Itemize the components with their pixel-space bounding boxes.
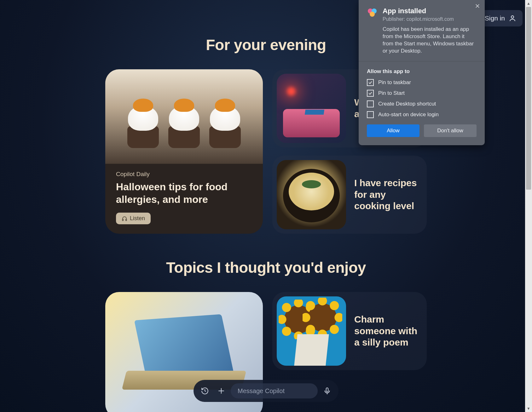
checkbox-icon: [367, 90, 374, 97]
app-installed-dialog: App installed Publisher: copilot.microso…: [359, 0, 485, 145]
checkbox-pin-taskbar[interactable]: Pin to taskbar: [367, 79, 477, 86]
mini-card-caption: I have recipes for any cooking level: [354, 177, 420, 212]
allow-button-label: Allow: [387, 128, 400, 134]
checkbox-icon: [367, 100, 374, 107]
dialog-publisher: Publisher: copilot.microsoft.com: [383, 16, 477, 22]
mini-card-caption: Charm someone with a silly poem: [354, 314, 420, 348]
checkbox-label: Auto-start on device login: [378, 112, 439, 118]
mini-card-recipes[interactable]: I have recipes for any cooking level: [272, 156, 427, 234]
section-heading-topics: Topics I thought you'd enjoy: [105, 259, 427, 276]
history-icon: [201, 387, 209, 395]
sign-in-label: Sign in: [485, 14, 505, 22]
dialog-close-button[interactable]: [475, 3, 480, 10]
dialog-allow-heading: Allow this app to: [367, 68, 477, 75]
close-icon: [475, 3, 480, 9]
listen-label: Listen: [130, 215, 145, 222]
svg-point-11: [370, 12, 375, 17]
thumb-bedroom: [277, 74, 346, 143]
feature-image-cupcakes: [105, 69, 263, 164]
checkbox-label: Create Desktop shortcut: [378, 101, 436, 107]
feature-card-daily[interactable]: Copilot Daily Halloween tips for food al…: [105, 69, 263, 234]
copilot-logo-icon: [367, 7, 378, 18]
checkbox-icon: [367, 111, 374, 118]
message-input[interactable]: Message Copilot: [231, 383, 318, 398]
user-icon: [509, 14, 516, 22]
history-button[interactable]: [198, 384, 212, 398]
svg-point-0: [511, 16, 514, 18]
dialog-description: Copilot has been installed as an app fro…: [383, 26, 477, 55]
dont-allow-button-label: Don't allow: [437, 128, 463, 134]
checkbox-desktop-shortcut[interactable]: Create Desktop shortcut: [367, 100, 477, 107]
checkbox-label: Pin to Start: [378, 90, 405, 96]
svg-rect-2: [126, 219, 127, 220]
svg-rect-1: [122, 219, 123, 220]
thumb-sunflowers: [277, 296, 346, 366]
svg-rect-5: [326, 388, 328, 392]
composer-bar: Message Copilot: [194, 380, 338, 402]
scrollbar-thumb[interactable]: [526, 7, 531, 190]
microphone-icon: [323, 387, 331, 395]
mini-card-poem[interactable]: Charm someone with a silly poem: [272, 292, 427, 370]
dialog-title: App installed: [383, 7, 477, 15]
checkbox-label: Pin to taskbar: [378, 79, 411, 86]
feature-title: Halloween tips for food allergies, and m…: [116, 181, 252, 206]
scrollbar-down-arrow-icon[interactable]: ▼: [525, 405, 532, 412]
checkbox-icon: [367, 79, 374, 86]
add-button[interactable]: [214, 384, 228, 398]
thumb-soup: [277, 160, 346, 229]
listen-button[interactable]: Listen: [116, 213, 151, 224]
mic-button[interactable]: [320, 384, 334, 398]
message-placeholder: Message Copilot: [238, 387, 285, 395]
checkbox-pin-start[interactable]: Pin to Start: [367, 90, 477, 97]
feature-eyebrow: Copilot Daily: [116, 171, 252, 178]
checkbox-autostart[interactable]: Auto-start on device login: [367, 111, 477, 118]
allow-button[interactable]: Allow: [367, 124, 419, 137]
plus-icon: [217, 387, 225, 395]
dont-allow-button[interactable]: Don't allow: [424, 124, 477, 137]
scrollbar-up-arrow-icon[interactable]: ▲: [525, 0, 532, 7]
scrollbar[interactable]: ▲ ▼: [525, 0, 532, 412]
sign-in-button[interactable]: Sign in: [478, 10, 523, 26]
headphones-icon: [122, 216, 127, 221]
